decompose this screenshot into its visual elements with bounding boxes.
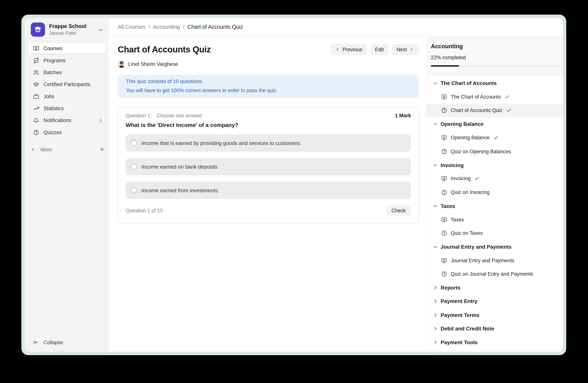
- outline-section-payment-entry[interactable]: Payment Entry: [427, 294, 563, 308]
- question-progress: Question 1 of 10: [126, 208, 163, 213]
- outline-section-opening-balance[interactable]: Opening Balance: [427, 117, 563, 131]
- help-circle-icon: [441, 189, 447, 195]
- check-button[interactable]: Check: [386, 205, 411, 216]
- author-row: Linet Sherin Varghese: [118, 60, 419, 68]
- sidebar-item-certified-participants[interactable]: Certified Participants: [28, 79, 106, 90]
- sidebar-item-statistics[interactable]: Statistics: [28, 103, 106, 113]
- next-button[interactable]: Next: [392, 44, 419, 55]
- sidebar-item-programs[interactable]: Programs: [28, 55, 106, 65]
- course-title: Accounting: [431, 43, 560, 50]
- chevron-left-icon: [336, 47, 340, 52]
- help-circle-icon: [441, 107, 447, 114]
- quiz-option-3[interactable]: Income earned from investments: [126, 182, 411, 199]
- outline-item-taxes[interactable]: Taxes: [427, 213, 563, 226]
- outline-section-payment-tools[interactable]: Payment Tools: [427, 336, 563, 349]
- outline-section-reports[interactable]: Reports: [427, 281, 563, 294]
- question-text: What is the 'Direct Income' of a company…: [126, 122, 411, 128]
- sidebar-item-jobs[interactable]: Jobs: [28, 91, 106, 101]
- outline-label: Payment Entry: [441, 298, 477, 305]
- breadcrumb-item-accounting[interactable]: Accounting: [153, 24, 180, 30]
- app-stage: Frappe School Jannat Patel CoursesProgra…: [0, 0, 588, 383]
- course-outline-list: The Chart of AccountsThe Chart of Accoun…: [427, 75, 563, 349]
- outline-label: Payment Tools: [441, 339, 478, 345]
- chevron-right-icon: [30, 147, 35, 152]
- outline-section-journal-entry-and-payments[interactable]: Journal Entry and Payments: [427, 240, 563, 254]
- outline-label: Payment Terms: [441, 312, 479, 318]
- chevron-down-icon: [433, 81, 438, 86]
- outline-section-taxes[interactable]: Taxes: [427, 199, 563, 213]
- chevron-down-icon: [433, 203, 438, 209]
- outline-item-quiz-on-opening-balances[interactable]: Quiz on Opening Balances: [427, 145, 563, 158]
- sidebar-item-label: Programs: [43, 57, 65, 63]
- breadcrumb-separator: /: [183, 24, 185, 30]
- users-icon: [33, 69, 39, 76]
- outline-item-opening-balance[interactable]: Opening Balance: [427, 131, 563, 145]
- chevron-right-icon: [433, 312, 438, 318]
- outline-item-quiz-on-taxes[interactable]: Quiz on Taxes: [427, 226, 563, 240]
- breadcrumb-item-all-courses[interactable]: All Courses: [118, 24, 146, 30]
- page-title: Chart of Accounts Quiz: [118, 44, 211, 55]
- route-icon: [33, 57, 39, 64]
- outline-section-invoicing[interactable]: Invoicing: [427, 158, 563, 172]
- briefcase-icon: [33, 93, 39, 99]
- help-circle-icon: [441, 148, 447, 154]
- main-column: All Courses/Accounting/Chart of Accounts…: [109, 18, 563, 352]
- chevron-down-icon[interactable]: [98, 27, 104, 33]
- sidebar-item-label: Statistics: [43, 105, 64, 111]
- monitor-play-icon: [441, 175, 447, 182]
- outline-section-debit-and-credit-note[interactable]: Debit and Credit Note: [427, 322, 563, 336]
- chevron-right-icon: [410, 47, 414, 52]
- page-actions: Previous Edit Next: [331, 44, 419, 55]
- sidebar-item-batches[interactable]: Batches: [28, 67, 106, 77]
- help-circle-icon: [441, 230, 447, 236]
- outline-item-journal-entry-and-payments[interactable]: Journal Entry and Payments: [427, 254, 563, 267]
- quiz-option-1[interactable]: Income that is earned by providing goods…: [126, 134, 411, 152]
- radio-button[interactable]: [131, 187, 137, 193]
- radio-button[interactable]: [131, 140, 137, 146]
- collapse-sidebar-button[interactable]: Collapse: [28, 337, 106, 348]
- edit-button[interactable]: Edit: [370, 44, 389, 55]
- option-label: Income that is earned by providing goods…: [141, 140, 301, 146]
- outline-item-quiz-on-invoicing[interactable]: Quiz on Invoicing: [427, 185, 563, 199]
- chevron-down-icon: [433, 244, 438, 249]
- outline-label: Journal Entry and Payments: [451, 258, 514, 263]
- app-window: Frappe School Jannat Patel CoursesProgra…: [25, 18, 563, 352]
- outline-item-the-chart-of-accounts[interactable]: The Chart of Accounts: [427, 90, 563, 104]
- outline-section-the-chart-of-accounts[interactable]: The Chart of Accounts: [427, 77, 563, 90]
- breadcrumb: All Courses/Accounting/Chart of Accounts…: [109, 18, 563, 36]
- question-instruction: Choose one answer: [157, 113, 202, 119]
- outline-section-payment-terms[interactable]: Payment Terms: [427, 308, 563, 322]
- plus-icon[interactable]: [99, 147, 105, 153]
- outline-item-chart-of-accounts-quiz[interactable]: Chart of Accounts Quiz: [427, 104, 563, 117]
- quiz-option-2[interactable]: Income earned on bank deposits: [126, 158, 411, 175]
- help-circle-icon: [33, 129, 39, 135]
- outline-item-quiz-on-journal-entry-and-payments[interactable]: Quiz on Journal Entry and Payments: [427, 267, 563, 281]
- sidebar-item-label: Courses: [43, 46, 63, 51]
- outline-label: Invoicing: [441, 162, 464, 168]
- bell-icon: [33, 117, 39, 124]
- outline-label: Quiz on Journal Entry and Payments: [451, 271, 533, 277]
- sidebar-item-label: Jobs: [43, 94, 54, 99]
- sidebar-item-notifications[interactable]: Notifications1: [28, 115, 106, 125]
- breadcrumb-separator: /: [148, 24, 150, 30]
- avatar: [118, 60, 126, 68]
- quiz-notice: This quiz consists of 10 questions. You …: [118, 75, 419, 98]
- sidebar-item-courses[interactable]: Courses: [28, 43, 106, 54]
- book-open-icon: [33, 45, 39, 52]
- previous-button[interactable]: Previous: [331, 44, 367, 55]
- course-progress-header: Accounting 22% completed: [427, 36, 563, 75]
- workspace-switcher[interactable]: Frappe School Jannat Patel: [25, 18, 109, 37]
- notice-line: You will have to get 100% correct answer…: [126, 86, 411, 95]
- question-number: Question 1:: [126, 113, 151, 119]
- more-label: More: [41, 147, 52, 152]
- quiz-page: Chart of Accounts Quiz Previous Edit: [109, 36, 426, 352]
- monitor-play-icon: [441, 257, 447, 264]
- notification-count-badge: 1: [100, 118, 102, 123]
- outline-item-invoicing[interactable]: Invoicing: [427, 172, 563, 185]
- outline-label: Taxes: [441, 203, 455, 209]
- radio-button[interactable]: [131, 164, 137, 170]
- sidebar-item-quizzes[interactable]: Quizzes: [28, 127, 106, 137]
- sidebar-item-label: Notifications: [43, 117, 71, 123]
- sidebar-item-more[interactable]: More: [25, 144, 109, 154]
- answer-options: Income that is earned by providing goods…: [126, 134, 411, 199]
